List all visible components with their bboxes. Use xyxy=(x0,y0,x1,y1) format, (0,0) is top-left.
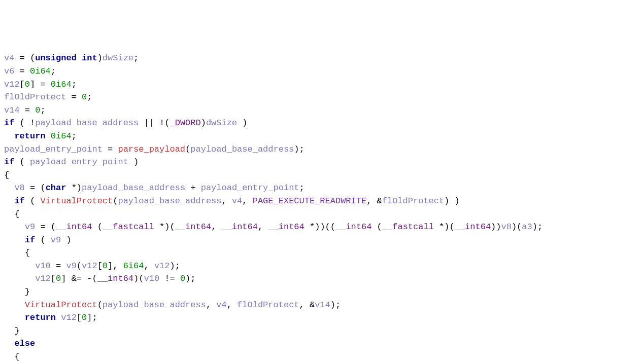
code-line: } xyxy=(4,324,639,338)
token-k: if xyxy=(14,196,24,206)
token-v: v9 xyxy=(66,261,76,271)
token-k: unsigned xyxy=(35,53,77,63)
token-v: payload_entry_point xyxy=(201,183,299,193)
token-p: ); xyxy=(170,261,180,271)
token-v: payload_entry_point xyxy=(30,157,128,167)
code-line: return v12[0]; xyxy=(4,311,639,324)
token-v: payload_base_address xyxy=(103,300,206,310)
token-p xyxy=(56,313,61,322)
token-p: ); xyxy=(330,300,341,310)
token-v: dwSize xyxy=(103,53,133,63)
token-p: ) xyxy=(237,118,247,128)
token-p: ], xyxy=(108,261,123,271)
token-p: [ xyxy=(77,313,82,322)
token-p: , & xyxy=(299,300,315,310)
token-v: dwSize xyxy=(206,118,237,128)
token-v: v14 xyxy=(315,300,330,310)
token-v: v4 xyxy=(216,300,226,310)
token-t: __int64 xyxy=(455,222,491,232)
token-p: != xyxy=(159,274,180,283)
token-p: ) xyxy=(201,118,206,128)
token-t: __int64 xyxy=(268,222,304,232)
token-v: v9 xyxy=(51,235,61,245)
token-p: ( ! xyxy=(14,118,35,128)
token-p: , xyxy=(144,261,154,271)
token-p: ( xyxy=(77,261,82,271)
token-p: ; xyxy=(133,53,139,63)
token-p: ( xyxy=(92,222,102,232)
token-v: v4 xyxy=(232,196,242,206)
token-p: *)( xyxy=(434,222,455,232)
token-v: v10 xyxy=(144,274,159,283)
token-f: VirtualProtect xyxy=(25,300,97,310)
token-v: flOldProtect xyxy=(4,92,66,102)
token-p xyxy=(77,53,82,63)
token-n: 0 xyxy=(82,313,87,322)
code-line: VirtualProtect(payload_base_address, v4,… xyxy=(4,299,639,312)
token-v: payload_base_address xyxy=(82,183,185,193)
token-p: , xyxy=(206,300,216,310)
token-v: v10 xyxy=(35,261,51,271)
token-p: ( xyxy=(113,196,118,206)
token-t: __int64 xyxy=(97,274,133,283)
token-p: = ( xyxy=(14,53,35,63)
token-n: 0 xyxy=(35,105,40,115)
token-f: VirtualProtect xyxy=(40,196,113,206)
token-v: v12 xyxy=(154,261,170,271)
code-line: } xyxy=(4,285,639,299)
token-t: __int64 xyxy=(175,222,211,232)
token-p: ( xyxy=(35,235,51,245)
token-p: = ( xyxy=(35,222,56,232)
code-line: payload_entry_point = parse_payload(payl… xyxy=(4,143,639,156)
code-line: if ( VirtualProtect(payload_base_address… xyxy=(4,195,639,208)
token-p: ] = xyxy=(30,80,51,89)
token-n: 0i64 xyxy=(51,80,72,89)
token-t: __int64 xyxy=(335,222,371,232)
token-v: a3 xyxy=(522,222,532,232)
token-p: ; xyxy=(72,131,77,141)
token-p: )) xyxy=(491,222,501,232)
token-p: ; xyxy=(40,105,45,115)
token-p: [ xyxy=(51,274,56,283)
token-n: 0 xyxy=(180,274,185,283)
token-p: ; xyxy=(72,80,77,89)
decompiled-code-block: v4 = (unsigned int)dwSize;v6 = 0i64;v12[… xyxy=(0,52,643,364)
token-p: = xyxy=(51,261,66,271)
token-p: ( xyxy=(97,300,103,310)
token-p: [ xyxy=(97,261,103,271)
token-p: ; xyxy=(51,66,56,76)
token-p: ) xyxy=(97,53,103,63)
token-n: 0 xyxy=(56,274,61,283)
token-p: , xyxy=(258,222,268,232)
token-p: ); xyxy=(294,144,304,154)
token-p: ; xyxy=(87,92,92,102)
token-t: __int64 xyxy=(56,222,92,232)
token-v: flOldProtect xyxy=(237,300,299,310)
token-p: ( xyxy=(185,144,190,154)
token-n: 0i64 xyxy=(30,66,51,76)
code-line: v12[0] = 0i64; xyxy=(4,78,639,91)
code-line: if ( !payload_base_address || !(_DWORD)d… xyxy=(4,117,639,130)
token-v: v12 xyxy=(82,261,97,271)
code-line: v12[0] &= -(__int64)(v10 != 0); xyxy=(4,272,639,285)
token-v: payload_base_address xyxy=(190,144,294,154)
token-v: payload_entry_point xyxy=(4,144,103,154)
token-n: 0i64 xyxy=(51,131,72,141)
token-v: payload_base_address xyxy=(118,196,221,206)
token-k: if xyxy=(4,157,14,167)
token-k: if xyxy=(25,235,35,245)
token-p: , xyxy=(211,222,221,232)
token-p: , xyxy=(222,196,232,206)
token-p: ) xyxy=(128,157,139,167)
code-line: { xyxy=(4,246,639,260)
token-p: ( xyxy=(25,196,41,206)
token-p: ; xyxy=(299,183,304,193)
token-v: v8 xyxy=(14,183,24,193)
code-line: { xyxy=(4,169,639,182)
token-p: = xyxy=(66,92,82,102)
code-line: v10 = v9(v12[0], 6i64, v12); xyxy=(4,260,639,273)
token-p: , xyxy=(227,300,237,310)
token-p: { xyxy=(25,248,30,258)
token-p: ( xyxy=(371,222,382,232)
token-p: = xyxy=(20,105,36,115)
